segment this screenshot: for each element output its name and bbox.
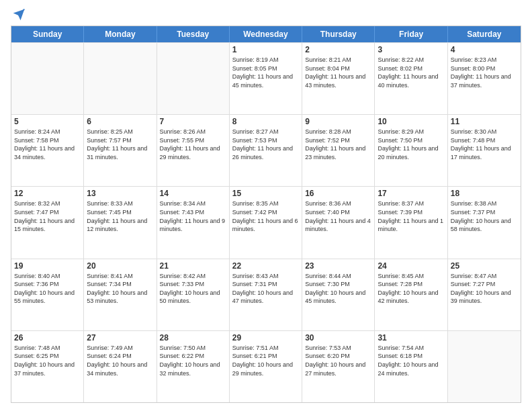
cell-info: Sunrise: 7:54 AM Sunset: 6:18 PM Dayligh… (378, 344, 444, 377)
day-number: 8 (232, 117, 299, 126)
cell-info: Sunrise: 8:42 AM Sunset: 7:33 PM Dayligh… (160, 272, 226, 306)
header (11, 8, 521, 21)
cell-info: Sunrise: 7:51 AM Sunset: 6:21 PM Dayligh… (232, 344, 299, 377)
calendar-cell (157, 43, 230, 114)
calendar-cell: 5Sunrise: 8:24 AM Sunset: 7:58 PM Daylig… (11, 115, 84, 186)
day-number: 13 (87, 189, 153, 198)
calendar-cell: 14Sunrise: 8:34 AM Sunset: 7:43 PM Dayli… (157, 187, 230, 258)
calendar-cell: 3Sunrise: 8:22 AM Sunset: 8:02 PM Daylig… (375, 43, 447, 114)
cell-info: Sunrise: 8:25 AM Sunset: 7:57 PM Dayligh… (87, 128, 153, 161)
day-number: 25 (451, 261, 518, 271)
calendar-cell: 23Sunrise: 8:44 AM Sunset: 7:30 PM Dayli… (302, 259, 375, 330)
day-number: 11 (451, 117, 518, 126)
calendar-cell: 31Sunrise: 7:54 AM Sunset: 6:18 PM Dayli… (375, 331, 447, 402)
cell-info: Sunrise: 8:28 AM Sunset: 7:52 PM Dayligh… (305, 128, 371, 161)
calendar-cell: 28Sunrise: 7:50 AM Sunset: 6:22 PM Dayli… (157, 331, 230, 402)
calendar-cell (84, 43, 157, 114)
cell-info: Sunrise: 8:37 AM Sunset: 7:39 PM Dayligh… (378, 199, 444, 233)
day-number: 29 (232, 333, 299, 342)
day-number: 2 (305, 45, 371, 54)
calendar-cell: 19Sunrise: 8:40 AM Sunset: 7:36 PM Dayli… (11, 259, 84, 330)
cell-info: Sunrise: 8:38 AM Sunset: 7:37 PM Dayligh… (451, 199, 518, 233)
calendar-cell: 15Sunrise: 8:35 AM Sunset: 7:42 PM Dayli… (230, 187, 302, 258)
cell-info: Sunrise: 8:32 AM Sunset: 7:47 PM Dayligh… (14, 199, 81, 233)
calendar-cell: 25Sunrise: 8:47 AM Sunset: 7:27 PM Dayli… (448, 259, 521, 330)
calendar-cell: 30Sunrise: 7:53 AM Sunset: 6:20 PM Dayli… (302, 331, 375, 402)
calendar-cell (11, 43, 84, 114)
day-number: 19 (14, 261, 81, 271)
cell-info: Sunrise: 8:29 AM Sunset: 7:50 PM Dayligh… (378, 128, 444, 161)
calendar-cell: 6Sunrise: 8:25 AM Sunset: 7:57 PM Daylig… (84, 115, 157, 186)
day-number: 21 (160, 261, 226, 271)
calendar-cell: 27Sunrise: 7:49 AM Sunset: 6:24 PM Dayli… (84, 331, 157, 402)
day-number: 15 (232, 189, 299, 198)
cell-info: Sunrise: 8:44 AM Sunset: 7:30 PM Dayligh… (305, 272, 371, 306)
cell-info: Sunrise: 8:34 AM Sunset: 7:43 PM Dayligh… (160, 199, 226, 233)
cell-info: Sunrise: 8:33 AM Sunset: 7:45 PM Dayligh… (87, 199, 153, 233)
calendar-cell: 1Sunrise: 8:19 AM Sunset: 8:05 PM Daylig… (230, 43, 302, 114)
cell-info: Sunrise: 8:24 AM Sunset: 7:58 PM Dayligh… (14, 128, 81, 161)
calendar-cell: 18Sunrise: 8:38 AM Sunset: 7:37 PM Dayli… (448, 187, 521, 258)
logo-bird-icon (12, 8, 26, 21)
cell-info: Sunrise: 8:36 AM Sunset: 7:40 PM Dayligh… (305, 199, 371, 233)
calendar-cell: 8Sunrise: 8:27 AM Sunset: 7:53 PM Daylig… (230, 115, 302, 186)
calendar-row-5: 26Sunrise: 7:48 AM Sunset: 6:25 PM Dayli… (11, 330, 521, 402)
day-number: 18 (451, 189, 518, 198)
header-friday: Friday (375, 26, 447, 42)
logo (11, 8, 26, 21)
calendar-row-1: 1Sunrise: 8:19 AM Sunset: 8:05 PM Daylig… (11, 42, 521, 114)
cell-info: Sunrise: 7:49 AM Sunset: 6:24 PM Dayligh… (87, 344, 153, 377)
calendar-row-3: 12Sunrise: 8:32 AM Sunset: 7:47 PM Dayli… (11, 186, 521, 258)
header-monday: Monday (84, 26, 157, 42)
calendar-cell (448, 331, 521, 402)
day-number: 1 (232, 45, 299, 54)
cell-info: Sunrise: 8:41 AM Sunset: 7:34 PM Dayligh… (87, 272, 153, 306)
day-number: 4 (451, 45, 518, 54)
day-number: 3 (378, 45, 444, 54)
cell-info: Sunrise: 8:22 AM Sunset: 8:02 PM Dayligh… (378, 56, 444, 89)
day-number: 6 (87, 117, 153, 126)
day-number: 31 (378, 333, 444, 342)
cell-info: Sunrise: 8:27 AM Sunset: 7:53 PM Dayligh… (232, 128, 299, 161)
header-tuesday: Tuesday (157, 26, 230, 42)
calendar-cell: 4Sunrise: 8:23 AM Sunset: 8:00 PM Daylig… (448, 43, 521, 114)
cell-info: Sunrise: 7:53 AM Sunset: 6:20 PM Dayligh… (305, 344, 371, 377)
title-section (26, 8, 521, 9)
cell-info: Sunrise: 8:35 AM Sunset: 7:42 PM Dayligh… (232, 199, 299, 233)
day-number: 7 (160, 117, 226, 126)
cell-info: Sunrise: 8:19 AM Sunset: 8:05 PM Dayligh… (232, 56, 299, 89)
calendar-cell: 9Sunrise: 8:28 AM Sunset: 7:52 PM Daylig… (302, 115, 375, 186)
calendar-cell: 7Sunrise: 8:26 AM Sunset: 7:55 PM Daylig… (157, 115, 230, 186)
day-number: 14 (160, 189, 226, 198)
calendar-cell: 10Sunrise: 8:29 AM Sunset: 7:50 PM Dayli… (375, 115, 447, 186)
day-number: 10 (378, 117, 444, 126)
calendar-row-4: 19Sunrise: 8:40 AM Sunset: 7:36 PM Dayli… (11, 259, 521, 330)
day-number: 17 (378, 189, 444, 198)
calendar-cell: 21Sunrise: 8:42 AM Sunset: 7:33 PM Dayli… (157, 259, 230, 330)
calendar-cell: 11Sunrise: 8:30 AM Sunset: 7:48 PM Dayli… (448, 115, 521, 186)
day-number: 5 (14, 117, 81, 126)
day-number: 28 (160, 333, 226, 342)
calendar-cell: 13Sunrise: 8:33 AM Sunset: 7:45 PM Dayli… (84, 187, 157, 258)
day-number: 22 (232, 261, 299, 271)
page: Sunday Monday Tuesday Wednesday Thursday… (0, 0, 532, 411)
cell-info: Sunrise: 8:45 AM Sunset: 7:28 PM Dayligh… (378, 272, 444, 306)
header-thursday: Thursday (302, 26, 375, 42)
calendar-cell: 22Sunrise: 8:43 AM Sunset: 7:31 PM Dayli… (230, 259, 302, 330)
day-number: 16 (305, 189, 371, 198)
day-number: 20 (87, 261, 153, 271)
header-sunday: Sunday (11, 26, 84, 42)
header-wednesday: Wednesday (230, 26, 302, 42)
cell-info: Sunrise: 7:48 AM Sunset: 6:25 PM Dayligh… (14, 344, 81, 377)
calendar-cell: 20Sunrise: 8:41 AM Sunset: 7:34 PM Dayli… (84, 259, 157, 330)
calendar-body: 1Sunrise: 8:19 AM Sunset: 8:05 PM Daylig… (11, 42, 521, 402)
calendar-row-2: 5Sunrise: 8:24 AM Sunset: 7:58 PM Daylig… (11, 114, 521, 186)
calendar-cell: 24Sunrise: 8:45 AM Sunset: 7:28 PM Dayli… (375, 259, 447, 330)
day-number: 26 (14, 333, 81, 342)
cell-info: Sunrise: 8:47 AM Sunset: 7:27 PM Dayligh… (451, 272, 518, 306)
cell-info: Sunrise: 8:23 AM Sunset: 8:00 PM Dayligh… (451, 56, 518, 89)
day-number: 30 (305, 333, 371, 342)
cell-info: Sunrise: 8:40 AM Sunset: 7:36 PM Dayligh… (14, 272, 81, 306)
day-number: 12 (14, 189, 81, 198)
day-number: 27 (87, 333, 153, 342)
